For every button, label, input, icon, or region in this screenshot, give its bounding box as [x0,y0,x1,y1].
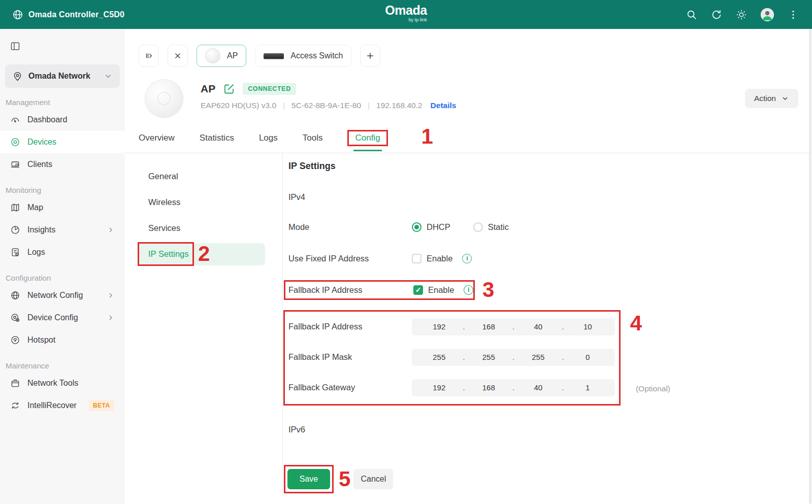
octet-input[interactable]: 255 [467,353,511,361]
sidebar-item-logs[interactable]: Logs [0,241,125,263]
controller-identity: Omada Controller_C5D0 [0,9,124,20]
fallback-gateway-label: Fallback Gateway [288,383,412,392]
use-fixed-ip-checkbox[interactable] [412,254,421,263]
more-menu-icon[interactable] [788,9,799,20]
info-icon[interactable]: i [464,285,473,295]
static-radio[interactable] [473,222,483,232]
tab-config[interactable]: Config [355,133,380,143]
device-config-icon [10,313,20,323]
add-device-tab-button[interactable] [360,45,380,67]
action-button[interactable]: Action [745,89,798,108]
device-mac: 5C-62-8B-9A-1E-80 [291,101,361,110]
octet-input[interactable]: 255 [516,353,561,361]
search-icon[interactable] [686,9,697,20]
dashboard-icon [10,115,20,125]
panel-collapse-icon[interactable] [10,41,20,51]
config-nav-ip-settings[interactable]: IP Settings 2 [138,243,265,265]
sidebar-item-map[interactable]: Map [0,196,125,219]
sidebar-item-label: Map [27,203,43,212]
edit-name-icon[interactable] [223,83,235,95]
ipv4-heading: IPv4 [288,192,812,202]
config-nav-services[interactable]: Services [125,217,282,240]
site-selector[interactable]: Omada Network [5,64,120,88]
sidebar-item-label: Insights [27,225,55,234]
annotation-box-5: Save [284,465,334,493]
beta-badge: BETA [89,400,114,411]
fallback-ip-mask-row: Fallback IP Mask 255 . 255 . 255 . 0 [288,349,619,366]
sidebar-item-hotspot[interactable]: Hotspot [0,329,125,351]
hotspot-icon [10,335,20,345]
fallback-toggle-label: Fallback IP Address [288,285,413,295]
octet-input[interactable]: 0 [566,353,610,361]
octet-input[interactable]: 168 [467,322,511,331]
sidebar-item-clients[interactable]: Clients [0,153,125,176]
sidebar-item-network-tools[interactable]: Network Tools [0,372,125,394]
action-button-label: Action [754,94,776,103]
sidebar-item-label: Logs [27,248,45,257]
annotation-step-4: 4 [630,314,642,333]
tab-overview[interactable]: Overview [139,133,175,143]
omada-logo-text: Omada [385,4,427,17]
device-tab-access-switch[interactable]: Access Switch [255,45,351,67]
details-link[interactable]: Details [431,101,457,110]
main-content: AP Access Switch AP [125,29,812,504]
fallback-ip-address-row: Fallback IP Address 192 . 168 . 40 . 10 [288,318,619,335]
info-icon[interactable]: i [462,254,472,263]
controller-title: Omada Controller_C5D0 [28,10,124,19]
sidebar-item-network-config[interactable]: Network Config [0,284,125,307]
octet-input[interactable]: 40 [516,383,561,392]
fallback-ip-address-input[interactable]: 192 . 168 . 40 . 10 [412,318,615,335]
octet-input[interactable]: 10 [566,322,610,331]
device-info: AP CONNECTED EAP620 HD(US) v3.0 | 5C-62-… [201,79,456,118]
octet-input[interactable]: 1 [566,383,610,392]
network-tools-icon [10,378,20,388]
mode-label: Mode [288,222,412,232]
fallback-ip-mask-input[interactable]: 255 . 255 . 255 . 0 [412,349,615,366]
sidebar-item-label: Clients [27,160,52,169]
sidebar-item-intellirecover[interactable]: IntelliRecover BETA [0,394,125,417]
annotation-step-2: 2 [198,244,210,263]
optional-note: (Optional) [636,384,670,393]
mode-row: Mode DHCP Static [288,222,812,232]
octet-input[interactable]: 40 [516,322,561,331]
octet-separator: . [462,323,467,331]
save-button[interactable]: Save [287,469,330,489]
enable-label: Enable [427,254,452,263]
account-avatar[interactable] [761,8,774,21]
annotation-step-1: 1 [421,127,433,146]
meta-separator: | [283,101,285,110]
device-avatar [145,79,183,118]
network-config-icon [10,290,20,300]
sidebar-item-devices[interactable]: Devices [0,131,125,153]
close-icon[interactable] [168,45,188,67]
fallback-gateway-input[interactable]: 192 . 168 . 40 . 1 [412,379,615,396]
cancel-button[interactable]: Cancel [353,469,393,489]
dhcp-radio[interactable] [412,222,421,232]
octet-input[interactable]: 192 [417,322,462,331]
tab-tools[interactable]: Tools [303,133,323,143]
config-nav-wireless[interactable]: Wireless [125,191,282,214]
expand-panel-button[interactable] [139,45,159,67]
device-tab-ap[interactable]: AP [197,45,246,67]
sidebar-item-label: IntelliRecover [27,401,77,410]
form-title: IP Settings [288,161,812,172]
sidebar-item-label: Dashboard [27,115,67,124]
omada-logo: Omada by tp-link [385,4,427,22]
octet-input[interactable]: 255 [417,353,462,361]
config-nav-general[interactable]: General [125,165,282,188]
octet-separator: . [511,353,516,361]
octet-input[interactable]: 168 [467,383,511,392]
sidebar-item-insights[interactable]: Insights [0,219,125,241]
fallback-ip-mask-label: Fallback IP Mask [288,352,412,362]
sidebar-item-label: Network Config [27,291,83,300]
octet-separator: . [561,323,566,331]
sidebar-item-device-config[interactable]: Device Config [0,307,125,329]
refresh-icon[interactable] [711,9,722,20]
tab-logs[interactable]: Logs [259,133,278,143]
octet-input[interactable]: 192 [417,383,462,392]
sidebar-item-dashboard[interactable]: Dashboard [0,109,125,131]
brightness-icon[interactable] [736,9,747,20]
dhcp-radio-label: DHCP [427,222,450,232]
fallback-enable-checkbox[interactable]: ✓ [413,285,423,295]
tab-statistics[interactable]: Statistics [200,133,234,143]
